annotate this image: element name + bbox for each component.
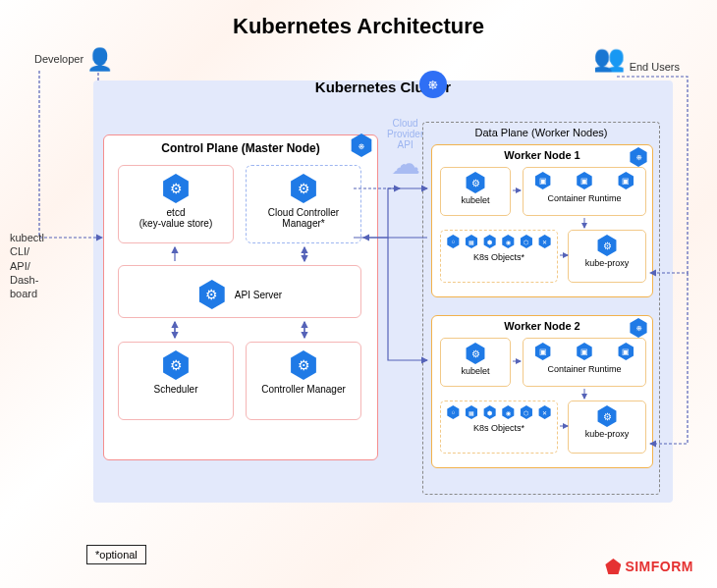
cluster-title: Kubernetes Cluster (93, 79, 673, 95)
sched-label: Scheduler (119, 384, 233, 395)
kubelet-label: kubelet (441, 366, 510, 376)
container-icons: ▣▣▣ (524, 172, 645, 191)
kproxy-hex-icon: ⚙ (596, 235, 618, 256)
crt-label: Container Runtime (524, 193, 645, 203)
k8s-objects-box: ○▦⬢◉⬡✕ K8s Objects* (440, 230, 558, 283)
cloud-label-2: Provider (387, 129, 423, 139)
etcd-label-2: (key-value store) (119, 218, 233, 229)
k8s-objects-box: ○▦⬢◉⬡✕ K8s Objects* (440, 401, 558, 454)
kubernetes-logo-icon: ⎈ (419, 71, 447, 98)
k8sobj-label: K8s Objects* (441, 423, 557, 433)
control-plane-title: Control Plane (Master Node) (104, 135, 377, 161)
simform-logo: SIMFORM (605, 559, 693, 574)
worker-1-title: Worker Node 1 (432, 145, 652, 165)
developer-label: Developer (34, 53, 83, 65)
worker-node-2: Worker Node 2 ⎈ ⚙ kubelet ▣▣▣ Container … (431, 315, 653, 468)
cloud-label-1: Cloud (387, 118, 423, 129)
cm-hex-icon: ⚙ (289, 350, 318, 380)
kproxy-label: kube-proxy (569, 429, 645, 439)
api-server-box: ⚙ API Server (118, 265, 361, 318)
kubectl-l3: API/ (10, 259, 44, 273)
etcd-hex-icon: ⚙ (161, 174, 191, 203)
simform-text: SIMFORM (625, 559, 693, 574)
sched-hex-icon: ⚙ (161, 350, 191, 380)
kubectl-l1: kubectl (10, 231, 44, 244)
k8sobj-label: K8s Objects* (441, 252, 557, 262)
kubelet-hex-icon: ⚙ (465, 343, 486, 364)
ccm-hex-icon: ⚙ (289, 174, 318, 203)
kube-proxy-box: ⚙ kube-proxy (568, 230, 646, 283)
kubectl-label: kubectl CLI/ API/ Dash- board (10, 231, 44, 300)
worker-node-1: Worker Node 1 ⎈ ⚙ kubelet ▣▣▣ Container … (431, 144, 653, 297)
controller-manager-box: ⚙ Controller Manager (246, 342, 361, 420)
worker-2-title: Worker Node 2 (432, 316, 652, 336)
kubectl-l2: CLI/ (10, 244, 44, 258)
cloud-provider-api: Cloud Provider API ☁ (387, 118, 423, 177)
person-icon: 👤 (86, 47, 113, 73)
cm-label: Controller Manager (247, 384, 360, 395)
kubelet-label: kubelet (441, 195, 510, 205)
data-plane: Data Plane (Worker Nodes) Worker Node 1 … (422, 122, 660, 495)
kproxy-label: kube-proxy (569, 258, 645, 268)
kubernetes-cluster: Kubernetes Cluster ⎈ Cloud Provider API … (93, 80, 673, 503)
scheduler-box: ⚙ Scheduler (118, 342, 234, 420)
page-title: Kubernetes Architecture (0, 0, 717, 39)
etcd-label-1: etcd (119, 207, 233, 218)
kproxy-hex-icon: ⚙ (596, 405, 618, 427)
k8s-object-icons: ○▦⬢◉⬡✕ (441, 235, 557, 250)
control-plane: Control Plane (Master Node) ⎈ ⚙ etcd (ke… (103, 134, 378, 460)
ccm-label-2: Manager* (247, 218, 360, 229)
kube-proxy-box: ⚙ kube-proxy (568, 401, 646, 454)
cloud-icon: ☁ (387, 150, 423, 177)
cloud-controller-manager-box: ⚙ Cloud Controller Manager* (246, 165, 361, 243)
data-plane-title: Data Plane (Worker Nodes) (423, 123, 659, 142)
kubelet-hex-icon: ⚙ (465, 172, 486, 193)
kubelet-box: ⚙ kubelet (440, 338, 511, 387)
api-label: API Server (235, 290, 282, 300)
crt-label: Container Runtime (524, 364, 645, 374)
container-icons: ▣▣▣ (524, 343, 645, 362)
kubelet-box: ⚙ kubelet (440, 167, 511, 216)
api-hex-icon: ⚙ (197, 280, 227, 309)
etcd-box: ⚙ etcd (key-value store) (118, 165, 234, 243)
kubectl-l4: Dash- (10, 273, 44, 287)
end-users-label: End Users (630, 61, 680, 73)
k8s-object-icons: ○▦⬢◉⬡✕ (441, 405, 557, 421)
people-icon: 👥 (593, 43, 625, 74)
ccm-label-1: Cloud Controller (247, 207, 360, 218)
kubectl-l5: board (10, 287, 44, 300)
optional-legend: *optional (86, 545, 146, 564)
simform-logo-icon (605, 559, 621, 574)
container-runtime-box: ▣▣▣ Container Runtime (523, 338, 646, 387)
container-runtime-box: ▣▣▣ Container Runtime (523, 167, 646, 216)
